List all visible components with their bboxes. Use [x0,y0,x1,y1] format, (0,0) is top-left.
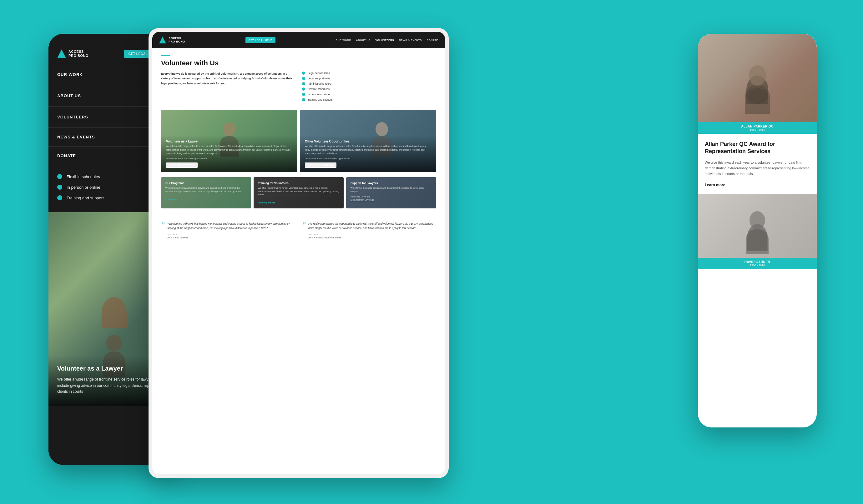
programs-card: Our Programs We operate a free lawyer re… [161,177,251,208]
quote-mark: " [302,221,306,231]
tablet-nav-our-work[interactable]: OUR WORK [336,39,351,41]
feature-dot [302,93,305,96]
quote-2: " I've really appreciated the opportunit… [302,222,436,239]
tablet-center: ACCESS PRO BONO GET LEGAL HELP OUR WORK … [149,28,449,478]
feature-item: Legal service roles [302,72,436,75]
logo-text: ACCESS PRO BONO [68,50,88,58]
feature-dot [57,195,62,200]
support-card: Support for Lawyers We offer full insura… [346,177,436,208]
tablet-nav-donate[interactable]: DONATE [427,39,438,41]
lawyer-cta-button[interactable]: LET'S GET STARTED [166,163,198,168]
phone-right-screen: ALLAN PARKER QC 1960 - 2013 Allan Parker… [698,34,817,427]
allan-parker-badge: ALLAN PARKER QC 1960 - 2013 [698,122,817,134]
tablet-get-help-button[interactable]: GET LEGAL HELP [246,37,275,43]
insurance-link[interactable]: Insurance Coverage [351,196,432,198]
lawyer-link[interactable]: Learn more about volunteering as a lawye… [166,157,292,160]
phone-right: ALLAN PARKER QC 1960 - 2013 Allan Parker… [698,34,817,427]
feature-item: In person or online [302,93,436,96]
training-link[interactable]: Training events [258,201,275,204]
allan-parker-image [698,34,817,134]
intro-text: Everything we do is powered by the spiri… [161,72,295,103]
quotes-row: " Volunteering with APB has helped me to… [161,215,436,246]
other-cta-button[interactable]: LET'S GET STARTED [305,163,336,168]
tablet-nav: ACCESS PRO BONO GET LEGAL HELP OUR WORK … [152,32,445,48]
tablet-logo: ACCESS PRO BONO [159,37,185,43]
tablet-logo-icon [159,37,166,43]
feature-item: Flexible schedules [302,88,436,91]
award-title: Allan Parker QC Award for Representation… [705,141,810,155]
feature-item: Training and support [302,98,436,101]
photo-overlay-lawyer: Volunteer as a Lawyer We offer a wide ra… [161,135,297,172]
tablet-nav-links: OUR WORK ABOUT US VOLUNTEERS NEWS & EVEN… [336,39,438,41]
other-link[interactable]: Learn more about other volunteer opportu… [305,157,431,160]
feature-dot [302,88,305,91]
feature-item: Administrative roles [302,82,436,85]
page-title: Volunteer with Us [161,59,436,67]
training-card: Training for Volunteers We offer regular… [253,177,343,208]
tablet-content: Volunteer with Us Everything we do is po… [152,48,445,253]
award-content: Allan Parker QC Award for Representation… [698,134,817,194]
feature-item: Legal support roles [302,77,436,80]
photo-card-other: Other Volunteer Opportunities We also of… [300,110,436,172]
person-photo [745,65,770,114]
feature-dot [302,82,305,85]
phone-left-logo: ACCESS PRO BONO [57,49,88,58]
feature-dot [302,72,305,75]
tablet-screen: ACCESS PRO BONO GET LEGAL HELP OUR WORK … [152,32,445,474]
quote-1: " Volunteering with APB has helped me to… [161,222,295,239]
tablet-nav-news[interactable]: NEWS & EVENTS [399,39,422,41]
programs-link[interactable]: Learn more [165,198,178,201]
intro-grid: Everything we do is powered by the spiri… [161,72,436,103]
allan-parker-card: ALLAN PARKER QC 1960 - 2013 [698,34,817,134]
david-garner-card: DAVID GARNER 1960 - 2014 [698,194,817,269]
tablet-nav-volunteers[interactable]: VOLUNTEERS [375,39,394,41]
small-cards-row: Our Programs We operate a free lawyer re… [161,177,436,208]
features-list: Legal service roles Legal support roles … [302,72,436,103]
tablet-logo-text: ACCESS PRO BONO [168,37,185,43]
tablet-nav-about-us[interactable]: ABOUT US [356,39,371,41]
photo-overlay-other: Other Volunteer Opportunities We also of… [300,135,436,172]
award-text: We give this award each year to a volunt… [705,160,810,177]
learn-more-button[interactable]: Learn more → [705,182,810,188]
accent-line [161,55,170,56]
feature-dot [57,174,62,179]
photo-row: Volunteer as a Lawyer We offer a wide ra… [161,110,436,172]
feature-dot [302,77,305,80]
disbursement-link[interactable]: Disbursement Coverage [351,199,432,201]
person-photo [746,211,768,254]
feature-dot [302,98,305,101]
quote-mark: " [161,221,165,231]
arrow-right-icon: → [728,182,733,188]
feature-dot [57,185,62,190]
david-garner-badge: DAVID GARNER 1960 - 2014 [698,258,817,269]
logo-icon [57,49,66,58]
photo-card-lawyer: Volunteer as a Lawyer We offer a wide ra… [161,110,297,172]
